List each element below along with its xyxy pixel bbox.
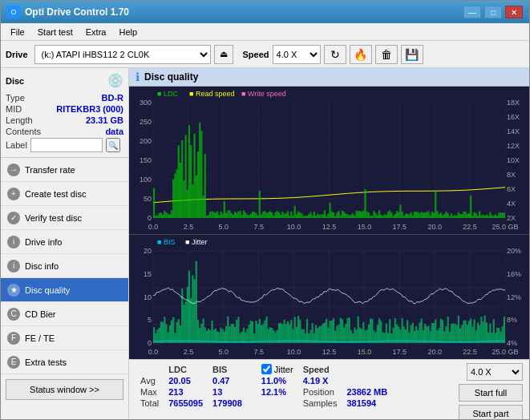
save-button[interactable]: 💾 [401, 45, 423, 64]
disc-quality-header: ℹ Disc quality [129, 68, 529, 87]
avg-label: Avg [136, 375, 164, 386]
eject-button[interactable]: ⏏ [214, 45, 233, 64]
sidebar-nav: → Transfer rate + Create test disc ✓ Ver… [1, 158, 128, 374]
window-title: Opti Drive Control 1.70 [25, 6, 129, 18]
sidebar: Disc 💿 Type BD-R MID RITEKBR3 (000) Leng… [1, 68, 129, 419]
nav-label-cd-bier: CD Bier [25, 309, 56, 319]
erase-button[interactable]: 🗑 [375, 45, 398, 64]
stats-bar: LDC BIS Jitter Speed [129, 359, 529, 419]
max-jitter: 12.1% [257, 386, 298, 398]
main-area: Disc 💿 Type BD-R MID RITEKBR3 (000) Leng… [1, 68, 529, 419]
total-bis: 179908 [208, 398, 247, 409]
drive-select[interactable]: (k:) ATAPI iHBS112 2 CL0K [34, 45, 211, 64]
mid-label: MID [6, 104, 22, 114]
length-label: Length [6, 115, 33, 125]
disc-type-row: Type BD-R [6, 93, 123, 103]
ldc-col-header: LDC [164, 363, 208, 375]
position-label: Position [298, 386, 342, 398]
title-bar: O Opti Drive Control 1.70 — □ ✕ [1, 1, 529, 23]
disc-info-icon: i [7, 260, 20, 273]
max-bis: 13 [208, 386, 247, 398]
disc-quality-icon: ★ [7, 284, 20, 297]
sidebar-item-cd-bier[interactable]: C CD Bier [1, 302, 128, 326]
app-icon: O [7, 6, 20, 18]
create-test-disc-icon: + [7, 188, 20, 200]
start-part-button[interactable]: Start part [459, 405, 523, 419]
disc-contents-row: Contents data [6, 127, 123, 136]
total-label: Total [136, 398, 164, 409]
refresh-button[interactable]: ↻ [324, 45, 346, 64]
maximize-button[interactable]: □ [484, 6, 502, 18]
minimize-button[interactable]: — [463, 6, 481, 18]
avg-jitter: 11.0% [257, 375, 298, 386]
fe-te-icon: F [7, 332, 20, 345]
max-ldc: 213 [164, 386, 208, 398]
verify-test-disc-icon: ✓ [7, 212, 20, 224]
speed-label: Speed [243, 50, 269, 59]
extra-tests-icon: E [7, 356, 20, 369]
type-value: BD-R [102, 93, 124, 103]
nav-label-create-test-disc: Create test disc [25, 189, 86, 199]
sidebar-item-disc-info[interactable]: i Disc info [1, 254, 128, 278]
toolbar: Drive (k:) ATAPI iHBS112 2 CL0K ⏏ Speed … [1, 41, 529, 68]
charts-area [129, 87, 529, 359]
upper-chart [129, 87, 529, 235]
label-search-button[interactable]: 🔍 [106, 138, 120, 152]
sidebar-item-verify-test-disc[interactable]: ✓ Verify test disc [1, 206, 128, 230]
menu-file[interactable]: File [4, 26, 31, 38]
sidebar-item-disc-quality[interactable]: ★ Disc quality [1, 278, 128, 302]
disc-quality-title: Disc quality [144, 71, 198, 83]
main-window: O Opti Drive Control 1.70 — □ ✕ File Sta… [0, 0, 530, 420]
sidebar-item-fe-te[interactable]: F FE / TE [1, 326, 128, 350]
avg-ldc: 20.05 [164, 375, 208, 386]
menu-help[interactable]: Help [112, 26, 144, 38]
menu-extra[interactable]: Extra [79, 26, 113, 38]
menu-start-test[interactable]: Start test [31, 26, 79, 38]
nav-label-drive-info: Drive info [25, 237, 62, 247]
disc-mid-row: MID RITEKBR3 (000) [6, 104, 123, 114]
disc-quality-header-icon: ℹ [136, 71, 140, 83]
jitter-checkbox-label: Jitter [261, 364, 293, 374]
bis-col-header: BIS [208, 363, 247, 375]
disc-section: Disc 💿 Type BD-R MID RITEKBR3 (000) Leng… [1, 68, 128, 158]
speed-select[interactable]: 4.0 X [273, 45, 321, 64]
label-label: Label [6, 140, 27, 150]
drive-info-icon: i [7, 236, 20, 248]
menu-bar: File Start test Extra Help [1, 23, 529, 41]
samples-label: Samples [298, 398, 342, 409]
jitter-col-header: Jitter [274, 365, 293, 374]
nav-label-verify-test-disc: Verify test disc [25, 213, 82, 223]
cd-bier-icon: C [7, 308, 20, 321]
transfer-rate-icon: → [7, 164, 20, 176]
disc-header: Disc 💿 [6, 73, 123, 88]
stats-table: LDC BIS Jitter Speed [136, 363, 452, 409]
nav-label-transfer-rate: Transfer rate [25, 165, 75, 175]
status-window-button[interactable]: Status window >> [6, 379, 123, 400]
lower-chart [129, 235, 529, 359]
mid-value: RITEKBR3 (000) [56, 104, 123, 114]
jitter-checkbox[interactable] [261, 364, 272, 374]
burn-button[interactable]: 🔥 [350, 45, 372, 64]
nav-label-fe-te: FE / TE [25, 333, 55, 343]
max-label: Max [136, 386, 164, 398]
sidebar-item-extra-tests[interactable]: E Extra tests [1, 350, 128, 374]
total-ldc: 7655095 [164, 398, 208, 409]
title-bar-left: O Opti Drive Control 1.70 [7, 6, 129, 18]
nav-label-extra-tests: Extra tests [25, 357, 67, 367]
drive-label: Drive [6, 50, 28, 59]
nav-label-disc-info: Disc info [25, 261, 59, 271]
disc-label-row: Label 🔍 [6, 138, 123, 152]
sidebar-item-drive-info[interactable]: i Drive info [1, 230, 128, 254]
close-button[interactable]: ✕ [505, 6, 523, 18]
sidebar-item-create-test-disc[interactable]: + Create test disc [1, 182, 128, 206]
contents-label: Contents [6, 127, 41, 136]
avg-speed: 4.19 X [298, 375, 342, 386]
avg-bis: 0.47 [208, 375, 247, 386]
position-value: 23862 MB [342, 386, 392, 398]
label-input[interactable] [30, 138, 103, 152]
sidebar-item-transfer-rate[interactable]: → Transfer rate [1, 158, 128, 182]
speed-dropdown[interactable]: 4.0 X [467, 363, 523, 381]
start-full-button[interactable]: Start full [459, 384, 523, 402]
contents-value: data [105, 127, 123, 136]
content-area: ℹ Disc quality [129, 68, 529, 419]
